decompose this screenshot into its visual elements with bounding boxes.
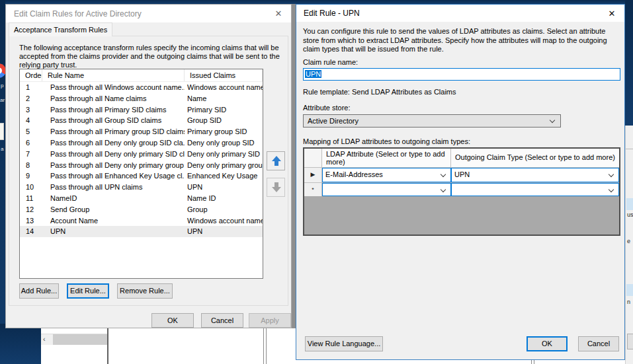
close-icon[interactable]: ✕ — [605, 7, 619, 20]
pane-divider[interactable] — [263, 327, 267, 364]
chevron-down-icon — [441, 172, 446, 177]
claim-rule-row[interactable]: 12Send GroupGroup — [20, 204, 263, 215]
mapping-row: ▶ E-Mail-Addresses UPN — [304, 168, 619, 182]
rule-name: Send Group — [42, 204, 185, 215]
mapping-new-row: * — [304, 182, 619, 196]
rule-order: 2 — [20, 93, 42, 104]
rule-order: 10 — [20, 182, 42, 193]
claim-rule-row[interactable]: 5Pass through all Primary group SID clai… — [20, 126, 263, 137]
rule-name: Pass through all Enhanced Key Usage cl..… — [42, 170, 185, 182]
column-header-ldap-attribute: LDAP Attribute (Select or type to add mo… — [322, 149, 451, 167]
tab-acceptance-transform-rules[interactable]: Acceptance Transform Rules — [9, 22, 112, 36]
attribute-store-value: Active Directory — [308, 117, 359, 125]
title-bar[interactable]: Edit Claim Rules for Active Directory ✕ — [6, 5, 291, 22]
dialog-description: The following acceptance transform rules… — [19, 44, 284, 69]
attribute-store-label: Attribute store: — [303, 104, 351, 112]
desktop-background-bottom-left — [0, 324, 41, 364]
rule-issued-claims: UPN — [185, 182, 263, 193]
column-header-outgoing-claim-type: Outgoing Claim Type (Select or type to a… — [451, 149, 619, 167]
rule-order: 1 — [20, 82, 42, 93]
ldap-attribute-value: E-Mail-Addresses — [325, 170, 383, 178]
claim-rule-row[interactable]: 6Pass through all Deny only group SID cl… — [20, 137, 263, 149]
close-icon[interactable]: ✕ — [271, 7, 286, 20]
rule-order: 12 — [20, 204, 42, 215]
text-fragment: n — [627, 299, 630, 305]
desktop-label-fragment: a — [1, 147, 3, 152]
rule-order: 14 — [20, 226, 42, 237]
ok-button[interactable]: OK — [151, 313, 194, 328]
ldap-attribute-combo[interactable]: E-Mail-Addresses — [322, 168, 451, 182]
text-fragment: us — [627, 211, 633, 218]
scroll-left-icon[interactable]: ‹ — [43, 335, 46, 343]
horizontal-scrollbar[interactable]: ‹ — [41, 334, 108, 345]
add-rule-button[interactable]: Add Rule... — [19, 283, 59, 299]
desktop-background-right — [625, 0, 633, 126]
occluded-window-sliver: us e n — [625, 126, 633, 364]
claim-rule-row[interactable]: 1Pass through all Windows account name..… — [20, 82, 263, 93]
grid-header: LDAP Attribute (Select or type to add mo… — [304, 149, 619, 168]
claim-rule-row[interactable]: 2Pass through all Name claimsName — [20, 93, 263, 104]
rule-issued-claims: Name — [185, 93, 263, 104]
rule-issued-claims: Group — [185, 204, 263, 215]
claim-rule-name-label: Claim rule name: — [303, 58, 358, 66]
claim-rules-list[interactable]: Order Rule Name Issued Claims 1Pass thro… — [19, 69, 263, 279]
column-header-order[interactable]: Order — [20, 69, 42, 81]
ok-button[interactable]: OK — [527, 336, 568, 351]
apply-button: Apply — [249, 313, 291, 328]
claim-rule-row[interactable]: 14UPNUPN — [20, 226, 263, 237]
claim-rule-row[interactable]: 9Pass through all Enhanced Key Usage cl.… — [20, 170, 263, 182]
claim-rule-row[interactable]: 4Pass through all Group SID claimsGroup … — [20, 115, 263, 126]
claim-rule-row[interactable]: 3Pass through all Primary SID claimsPrim… — [20, 104, 263, 116]
rule-name: Pass through all UPN claims — [42, 182, 185, 193]
dialog-description: You can configure this rule to send the … — [303, 27, 621, 54]
rule-name: Pass through all Deny only primary SID c… — [42, 149, 185, 160]
column-header-issued-claims[interactable]: Issued Claims — [185, 69, 263, 81]
dialog-title: Edit Claim Rules for Active Directory — [14, 9, 142, 18]
rule-issued-claims: Windows account name — [185, 215, 263, 227]
outgoing-claim-type-combo[interactable]: UPN — [451, 168, 619, 182]
outgoing-claim-type-combo-empty[interactable] — [451, 183, 619, 196]
mapping-grid: LDAP Attribute (Select or type to add mo… — [303, 147, 620, 236]
cancel-button[interactable]: Cancel — [578, 336, 619, 351]
claim-rule-name-value: UPN — [305, 70, 321, 78]
claim-rule-row[interactable]: 11NameIDName ID — [20, 193, 263, 204]
rule-issued-claims: Primary group SID — [185, 126, 263, 137]
rule-name: Pass through all Deny only primary group… — [42, 160, 185, 171]
rule-order: 4 — [20, 115, 42, 126]
document-icon[interactable] — [0, 123, 4, 140]
remove-rule-button[interactable]: Remove Rule... — [117, 283, 173, 299]
attribute-store-select[interactable]: Active Directory — [303, 114, 561, 127]
claim-rule-name-input[interactable]: UPN — [303, 68, 620, 81]
rule-order: 8 — [20, 160, 42, 171]
edit-rule-upn-dialog: Edit Rule - UPN ✕ You can configure this… — [296, 4, 625, 360]
rule-name: UPN — [42, 226, 185, 237]
cancel-button[interactable]: Cancel — [201, 313, 243, 328]
move-down-button[interactable] — [267, 178, 285, 197]
rule-name: Pass through all Primary group SID claim… — [42, 126, 185, 137]
move-up-button[interactable] — [267, 151, 285, 170]
rule-template-text: Rule template: Send LDAP Attributes as C… — [303, 88, 456, 96]
new-row-icon: * — [304, 183, 322, 196]
rule-issued-claims: UPN — [185, 226, 263, 237]
rule-name: NameID — [42, 193, 185, 204]
rule-name: Pass through all Primary SID claims — [42, 104, 185, 116]
column-header-rule-name[interactable]: Rule Name — [42, 69, 185, 81]
text-fragment: e — [627, 238, 630, 244]
claim-rule-row[interactable]: 8Pass through all Deny only primary grou… — [20, 160, 263, 171]
list-header: Order Rule Name Issued Claims — [20, 69, 263, 82]
title-bar[interactable]: Edit Rule - UPN ✕ — [296, 5, 624, 22]
chevron-down-icon — [441, 187, 446, 192]
claim-rule-row[interactable]: 7Pass through all Deny only primary SID … — [20, 149, 263, 160]
ldap-attribute-combo-empty[interactable] — [322, 183, 451, 196]
button-fragment — [627, 334, 633, 349]
view-rule-language-button[interactable]: View Rule Language... — [305, 336, 383, 351]
desktop-label-fragment: p — [1, 83, 3, 89]
scrollbar-thumb[interactable] — [53, 334, 108, 345]
rule-issued-claims: Windows account name — [185, 82, 263, 93]
claim-rule-row[interactable]: 13Account NameWindows account name — [20, 215, 263, 227]
claim-rule-row[interactable]: 10Pass through all UPN claimsUPN — [20, 182, 263, 193]
rule-name: Pass through all Deny only group SID cla… — [42, 137, 185, 149]
mapping-label: Mapping of LDAP attributes to outgoing c… — [303, 137, 470, 145]
edit-rule-button[interactable]: Edit Rule... — [67, 283, 109, 299]
rule-order: 7 — [20, 149, 42, 160]
